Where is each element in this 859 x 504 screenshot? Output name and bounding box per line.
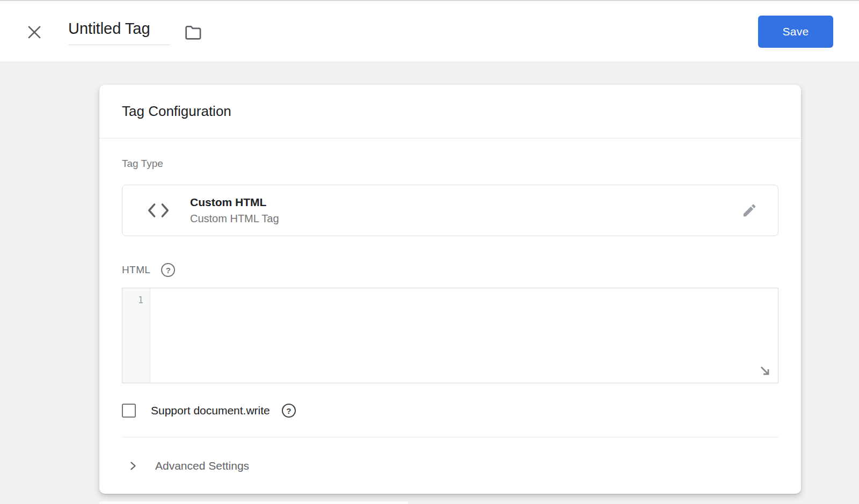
code-icon bbox=[147, 202, 170, 218]
html-field-header: HTML ? bbox=[122, 263, 778, 277]
tag-type-label: Tag Type bbox=[122, 158, 778, 170]
html-help-icon[interactable]: ? bbox=[161, 263, 175, 277]
edit-tag-type-button[interactable] bbox=[740, 201, 759, 220]
html-code-editor[interactable]: 1 bbox=[122, 288, 778, 383]
top-bar: Untitled Tag Save bbox=[0, 1, 859, 62]
card-header: Tag Configuration bbox=[99, 85, 801, 138]
support-document-write-checkbox[interactable] bbox=[122, 404, 136, 418]
advanced-settings-toggle[interactable]: Advanced Settings bbox=[122, 437, 778, 494]
folder-icon bbox=[184, 25, 202, 41]
editor-resize-handle[interactable] bbox=[759, 364, 771, 377]
advanced-settings-label: Advanced Settings bbox=[155, 459, 249, 472]
card-title: Tag Configuration bbox=[122, 103, 231, 120]
support-document-write-row: Support document.write ? bbox=[122, 404, 778, 418]
tag-name-input[interactable]: Untitled Tag bbox=[68, 20, 170, 45]
close-icon bbox=[26, 24, 42, 40]
tag-type-name: Custom HTML bbox=[190, 196, 279, 209]
editor-gutter: 1 bbox=[122, 288, 150, 383]
support-document-write-help-icon[interactable]: ? bbox=[282, 404, 296, 418]
support-document-write-label: Support document.write bbox=[151, 404, 270, 417]
tag-type-description: Custom HTML Tag bbox=[190, 213, 279, 225]
editor-line-number: 1 bbox=[138, 295, 143, 305]
tag-configuration-card: Tag Configuration Tag Type Custom HTML C… bbox=[99, 85, 801, 494]
pencil-icon bbox=[741, 202, 758, 218]
card-body: Tag Type Custom HTML Custom HTML Tag HTM… bbox=[99, 158, 801, 494]
html-label: HTML bbox=[122, 264, 150, 276]
save-button[interactable]: Save bbox=[758, 16, 833, 48]
gtm-tag-editor: { "header": { "title": "Untitled Tag", "… bbox=[0, 0, 859, 504]
close-button[interactable] bbox=[25, 23, 44, 42]
tag-type-selector[interactable]: Custom HTML Custom HTML Tag bbox=[122, 185, 778, 236]
next-card-top-edge bbox=[99, 501, 408, 504]
html-code-input[interactable] bbox=[150, 288, 778, 383]
tag-type-text: Custom HTML Custom HTML Tag bbox=[190, 196, 279, 225]
resize-handle-icon bbox=[759, 364, 771, 377]
chevron-right-icon bbox=[128, 461, 138, 471]
folder-button[interactable] bbox=[183, 23, 204, 43]
